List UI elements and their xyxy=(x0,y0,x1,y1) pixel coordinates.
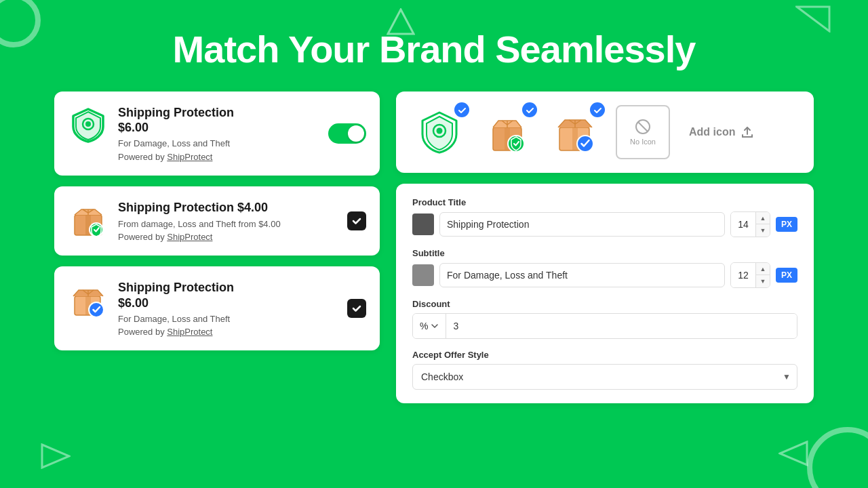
add-icon-label: Add icon xyxy=(689,126,735,138)
discount-prefix[interactable]: % xyxy=(413,314,446,338)
subtitle-size-up[interactable]: ▲ xyxy=(756,263,770,275)
product-title-size-wrap: ▲ ▼ xyxy=(730,211,770,237)
product-title-color-swatch[interactable] xyxy=(412,214,434,235)
card-row-3: Shipping Protection $6.00 For Damage, Lo… xyxy=(68,280,366,337)
subtitle-size-wrap: ▲ ▼ xyxy=(730,262,770,288)
no-icon-label: No Icon xyxy=(630,138,656,146)
box-check-option-icon xyxy=(551,108,599,156)
product-title-row: ▲ ▼ PX xyxy=(412,211,797,237)
deco-triangle-bottom-right xyxy=(778,441,808,469)
product-title-label: Product Title xyxy=(412,197,797,207)
card-shipping-toggle: Shipping Protection $6.00 For Damage, Lo… xyxy=(54,92,380,176)
check-icon-1 xyxy=(351,216,362,226)
icon-option-box-shield[interactable] xyxy=(480,105,534,159)
subtitle-size-down[interactable]: ▼ xyxy=(756,275,770,287)
svg-marker-2 xyxy=(42,445,69,468)
shield-icon xyxy=(69,106,107,144)
card-powered-2: Powered by ShipProtect xyxy=(118,232,338,242)
icon-selected-badge-2 xyxy=(522,102,537,117)
no-icon-symbol xyxy=(635,119,651,135)
subtitle-size-input[interactable] xyxy=(731,263,755,287)
box-check-icon xyxy=(68,280,108,321)
card-shipping-checkbox-2: Shipping Protection $6.00 For Damage, Lo… xyxy=(54,266,380,350)
shield-icon-wrap xyxy=(68,105,108,146)
box-shield-option-icon xyxy=(484,108,531,156)
no-icon-option[interactable]: No Icon xyxy=(616,105,670,159)
product-title-size-down[interactable]: ▼ xyxy=(756,224,770,237)
subtitle-field-group: Subtitle ▲ ▼ PX xyxy=(412,248,797,288)
shipprotect-link-1[interactable]: ShipProtect xyxy=(167,152,212,162)
card-price-1: $6.00 xyxy=(118,121,319,135)
discount-field-group: Discount % xyxy=(412,299,797,339)
icon-selected-badge-1 xyxy=(454,102,469,117)
deco-circle-br xyxy=(807,427,868,488)
settings-card: Product Title ▲ ▼ PX Subtitle xyxy=(396,184,814,403)
product-title-size-up[interactable]: ▲ xyxy=(756,212,770,224)
content-area: Shipping Protection $6.00 For Damage, Lo… xyxy=(0,92,868,403)
card-powered-3: Powered by ShipProtect xyxy=(118,327,338,337)
subtitle-label: Subtitle xyxy=(412,248,797,258)
card-powered-1: Powered by ShipProtect xyxy=(118,152,319,162)
discount-input[interactable] xyxy=(446,314,797,338)
upload-icon xyxy=(741,125,754,139)
card-text-2: Shipping Protection $4.00 From damage, L… xyxy=(118,200,338,243)
card-text: Shipping Protection $6.00 For Damage, Lo… xyxy=(118,105,319,162)
accept-offer-select-wrap: Checkbox Toggle Button ▼ xyxy=(412,364,797,390)
subtitle-color-swatch[interactable] xyxy=(412,264,434,286)
card-price-3: $6.00 xyxy=(118,296,338,310)
box-shield-icon xyxy=(68,200,108,241)
svg-rect-22 xyxy=(572,127,578,150)
card-title-3: Shipping Protection xyxy=(118,280,338,296)
dropdown-chevron-icon xyxy=(431,322,439,330)
card-title-1: Shipping Protection xyxy=(118,105,319,121)
box-shield-icon-wrap xyxy=(68,200,108,241)
subtitle-row: ▲ ▼ PX xyxy=(412,262,797,288)
shipprotect-link-2[interactable]: ShipProtect xyxy=(167,232,212,242)
svg-marker-3 xyxy=(780,442,807,465)
card-title-2: Shipping Protection $4.00 xyxy=(118,200,338,216)
subtitle-size-arrows: ▲ ▼ xyxy=(755,263,770,287)
subtitle-input[interactable] xyxy=(439,263,725,287)
card-subtitle-2: From damage, Loss and Theft from $4.00 xyxy=(118,218,338,230)
discount-prefix-text: % xyxy=(420,321,428,331)
icon-picker-card: No Icon Add icon xyxy=(396,92,814,173)
box-check-icon-wrap xyxy=(68,280,108,321)
svg-point-19 xyxy=(508,136,524,152)
product-title-unit: PX xyxy=(776,217,797,232)
shield-option-icon xyxy=(416,108,463,156)
icon-option-box-check[interactable] xyxy=(548,105,602,159)
card-checkbox-1[interactable] xyxy=(347,211,366,230)
icon-option-shield[interactable] xyxy=(412,105,467,159)
discount-label: Discount xyxy=(412,299,797,309)
product-title-size-input[interactable] xyxy=(731,212,755,237)
toggle-switch[interactable] xyxy=(328,123,366,144)
icon-selected-badge-3 xyxy=(590,102,605,117)
accept-offer-label: Accept Offer Style xyxy=(412,350,797,360)
left-column: Shipping Protection $6.00 For Damage, Lo… xyxy=(54,92,380,403)
card-subtitle-1: For Damage, Loss and Theft xyxy=(118,138,319,150)
svg-point-5 xyxy=(85,121,91,127)
add-icon-button[interactable]: Add icon xyxy=(684,120,760,144)
card-subtitle-3: For Damage, Loss and Theft xyxy=(118,313,338,325)
deco-triangle-bottom-left xyxy=(41,443,71,472)
page-title: Match Your Brand Seamlessly xyxy=(0,0,868,92)
subtitle-unit: PX xyxy=(776,268,797,283)
toggle-wrap[interactable] xyxy=(328,123,366,144)
product-title-size-arrows: ▲ ▼ xyxy=(755,212,770,237)
card-text-3: Shipping Protection $6.00 For Damage, Lo… xyxy=(118,280,338,337)
card-row: Shipping Protection $6.00 For Damage, Lo… xyxy=(68,105,366,162)
discount-row: % xyxy=(412,313,797,339)
card-shipping-checkbox-1: Shipping Protection $4.00 From damage, L… xyxy=(54,186,380,256)
right-column: No Icon Add icon Product Title xyxy=(396,92,814,403)
check-icon-2 xyxy=(351,303,362,314)
toggle-knob xyxy=(348,125,364,142)
svg-line-25 xyxy=(638,122,648,131)
shipprotect-link-3[interactable]: ShipProtect xyxy=(167,327,212,337)
svg-point-15 xyxy=(437,128,443,134)
accept-offer-field-group: Accept Offer Style Checkbox Toggle Butto… xyxy=(412,350,797,390)
product-title-input[interactable] xyxy=(439,212,725,237)
card-row-2: Shipping Protection $4.00 From damage, L… xyxy=(68,200,366,243)
accept-offer-select[interactable]: Checkbox Toggle Button xyxy=(412,364,797,390)
product-title-field-group: Product Title ▲ ▼ PX xyxy=(412,197,797,237)
card-checkbox-2[interactable] xyxy=(347,299,366,318)
